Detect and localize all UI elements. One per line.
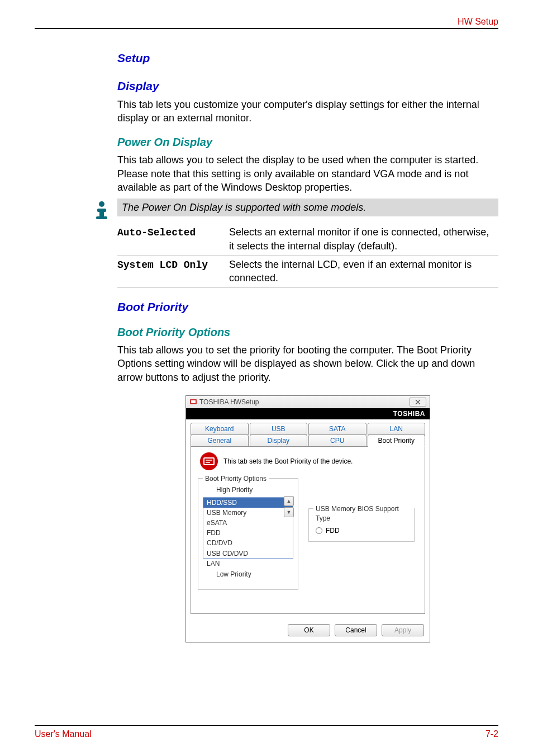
move-down-button[interactable]: ▼ (284, 507, 294, 517)
fieldset-legend: USB Memory BIOS Support Type (313, 504, 414, 522)
table-row: Auto-Selected Selects an external monito… (117, 223, 498, 255)
dialog-buttons: OK Cancel Apply (186, 620, 430, 642)
option-term: System LCD Only (117, 259, 208, 271)
chevron-up-icon: ▲ (287, 498, 292, 504)
boot-item[interactable]: USB CD/DVD (203, 549, 293, 559)
boot-priority-options-heading: Boot Priority Options (117, 325, 498, 340)
boot-priority-fieldset: Boot Priority Options High Priority HDD/… (198, 478, 298, 590)
dialog-screenshot: TOSHIBA HWSetup TOSHIBA Keyboard USB SAT… (117, 395, 498, 643)
boot-priority-list[interactable]: HDD/SSD USB Memory eSATA FDD CD/DVD USB … (203, 497, 293, 559)
svg-rect-5 (191, 400, 196, 403)
tab-sata[interactable]: SATA (308, 423, 367, 435)
usb-memory-fieldset: USB Memory BIOS Support Type HDD FDD (308, 508, 415, 542)
option-term: Auto-Selected (117, 227, 196, 238)
svg-point-0 (99, 201, 104, 207)
setup-heading: Setup (117, 50, 498, 66)
ok-button[interactable]: OK (288, 624, 330, 636)
brand-bar: TOSHIBA (186, 408, 430, 419)
tabs-row-1: Keyboard USB SATA LAN (191, 423, 425, 435)
option-desc: Selects the internal LCD, even if an ext… (229, 256, 498, 288)
footer-left: User's Manual (35, 728, 92, 740)
radio-label: FDD (326, 526, 340, 535)
table-row: System LCD Only Selects the internal LCD… (117, 256, 498, 288)
power-on-display-text: This tab allows you to select the displa… (117, 153, 498, 194)
radio-icon (316, 527, 322, 534)
app-icon (189, 398, 197, 406)
boot-item[interactable]: FDD (203, 528, 293, 538)
tab-usb[interactable]: USB (250, 423, 308, 435)
fieldset-legend: Boot Priority Options (203, 474, 269, 483)
display-text: This tab lets you customize your compute… (117, 98, 498, 125)
tab-panel-desc: This tab sets the Boot Priority of the d… (223, 457, 353, 466)
tab-general[interactable]: General (191, 434, 249, 447)
tab-cpu[interactable]: CPU (308, 434, 367, 447)
page-content: SetupDisplay This tab lets you customize… (117, 45, 498, 642)
tab-keyboard[interactable]: Keyboard (191, 423, 249, 435)
hwsetup-dialog: TOSHIBA HWSetup TOSHIBA Keyboard USB SAT… (185, 395, 430, 643)
dialog-title: TOSHIBA HWSetup (199, 398, 259, 407)
dialog-titlebar: TOSHIBA HWSetup (186, 396, 430, 408)
boot-priority-heading: Boot Priority (117, 299, 498, 315)
footer-right: 7-2 (486, 728, 498, 740)
note-box: The Power On Display is supported with s… (117, 199, 498, 216)
boot-item[interactable]: CD/DVD (203, 538, 293, 548)
high-priority-label: High Priority (203, 483, 293, 497)
tab-display[interactable]: Display (250, 434, 308, 447)
info-icon (92, 200, 112, 223)
tab-panel-icon (200, 452, 218, 470)
top-rule (35, 28, 498, 29)
apply-button[interactable]: Apply (382, 624, 424, 636)
tabs-row-2: General Display CPU Boot Priority (191, 434, 425, 447)
page-footer: User's Manual 7-2 (35, 725, 498, 740)
display-heading: Display (117, 78, 498, 94)
tab-lan[interactable]: LAN (368, 423, 426, 435)
boot-item[interactable]: USB Memory (203, 508, 293, 518)
header-right: HW Setup (458, 16, 498, 28)
svg-rect-6 (204, 458, 214, 465)
option-desc: Selects an external monitor if one is co… (229, 223, 498, 255)
cancel-button[interactable]: Cancel (335, 624, 377, 636)
move-up-button[interactable]: ▲ (284, 496, 294, 506)
power-on-display-heading: Power On Display (117, 135, 498, 150)
svg-rect-3 (96, 216, 107, 219)
boot-item[interactable]: eSATA (203, 518, 293, 528)
radio-fdd[interactable]: FDD (313, 525, 410, 536)
boot-priority-text: This tab allows you to set the priority … (117, 343, 498, 384)
boot-item[interactable]: HDD/SSD (203, 498, 293, 508)
tab-boot-priority[interactable]: Boot Priority (368, 434, 426, 447)
close-button[interactable] (410, 398, 426, 407)
tab-panel: This tab sets the Boot Priority of the d… (191, 446, 425, 614)
power-on-options-table: Auto-Selected Selects an external monito… (117, 223, 498, 287)
chevron-down-icon: ▼ (287, 509, 292, 516)
close-icon (415, 399, 421, 405)
